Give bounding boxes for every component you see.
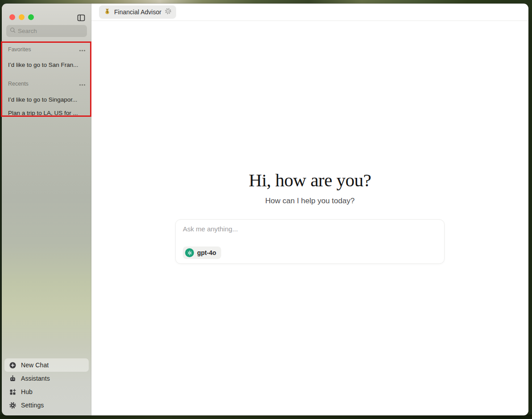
tab-label: Financial Advisor <box>114 8 161 16</box>
settings-label: Settings <box>21 402 44 409</box>
zoom-window-button[interactable] <box>28 14 34 20</box>
recents-section-header: Recents <box>8 80 86 87</box>
recents-section-title: Recents <box>8 81 29 87</box>
hub-label: Hub <box>21 388 33 395</box>
assistants-button[interactable]: Assistants <box>4 372 89 385</box>
search-input[interactable] <box>18 28 97 34</box>
robot-icon <box>9 375 16 382</box>
search-icon <box>9 27 16 35</box>
new-chat-label: New Chat <box>21 361 49 369</box>
search-field[interactable] <box>6 25 87 37</box>
sidebar: Favorites I’d like to go to San Fran... … <box>2 4 91 415</box>
assistants-label: Assistants <box>21 375 50 382</box>
chat-list-item[interactable]: I’d like to go to Singapor... <box>8 94 87 105</box>
hub-grid-icon <box>9 388 16 396</box>
money-bag-icon: $ <box>103 8 111 17</box>
gear-icon <box>9 402 16 409</box>
minimize-window-button[interactable] <box>19 14 25 20</box>
favorites-section-header: Favorites <box>8 46 86 53</box>
app-window: Favorites I’d like to go to San Fran... … <box>2 4 528 415</box>
plus-circle-icon <box>9 361 16 369</box>
main-content: $ Financial Advisor Hi, how are you? How… <box>91 4 528 415</box>
empty-state: Hi, how are you? How can I help you toda… <box>91 169 528 205</box>
hub-button[interactable]: Hub <box>4 385 89 398</box>
tab-bar: $ Financial Advisor <box>91 4 528 21</box>
tab-settings-gear-icon[interactable] <box>165 8 172 16</box>
model-name: gpt-4o <box>197 249 216 256</box>
chat-list-item[interactable]: I’d like to go to San Fran... <box>8 59 87 70</box>
favorites-more-icon[interactable] <box>79 45 86 53</box>
chat-list-item[interactable]: Plan a trip to LA, US for ... <box>8 107 87 118</box>
openai-icon <box>185 248 194 257</box>
message-composer[interactable]: gpt-4o <box>175 219 445 264</box>
recents-more-icon[interactable] <box>79 80 86 88</box>
favorites-section-title: Favorites <box>8 46 31 53</box>
sidebar-toggle-icon[interactable] <box>77 13 86 22</box>
svg-text:$: $ <box>107 10 108 13</box>
tab-financial-advisor[interactable]: $ Financial Advisor <box>99 5 176 19</box>
close-window-button[interactable] <box>9 14 15 20</box>
sidebar-footer-nav: New Chat Assistants <box>4 358 89 412</box>
new-chat-button[interactable]: New Chat <box>4 358 89 372</box>
greeting-title: Hi, how are you? <box>91 169 528 191</box>
model-selector[interactable]: gpt-4o <box>183 246 221 259</box>
window-controls <box>9 14 34 20</box>
message-input[interactable] <box>183 225 437 242</box>
settings-button[interactable]: Settings <box>4 398 89 412</box>
greeting-subtitle: How can I help you today? <box>91 197 528 205</box>
